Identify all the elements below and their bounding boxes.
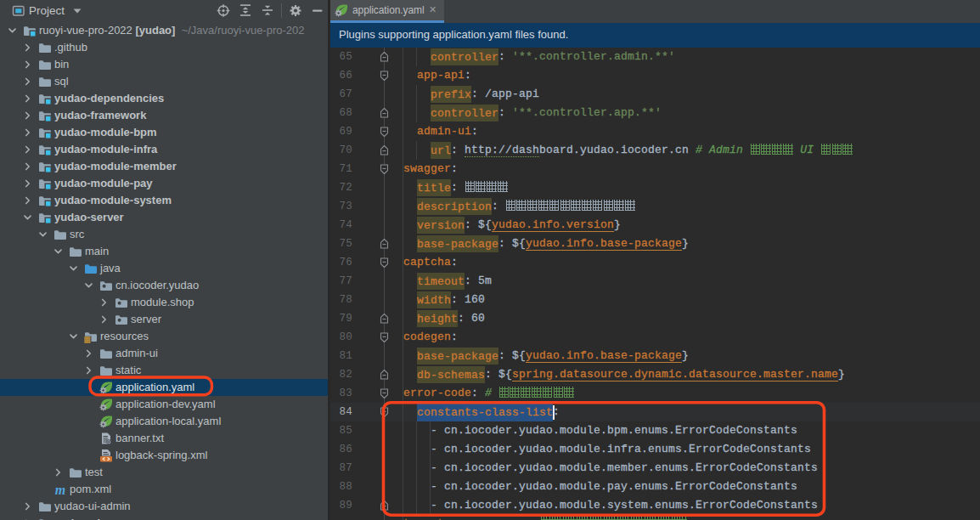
svg-text:m: m — [55, 483, 65, 497]
